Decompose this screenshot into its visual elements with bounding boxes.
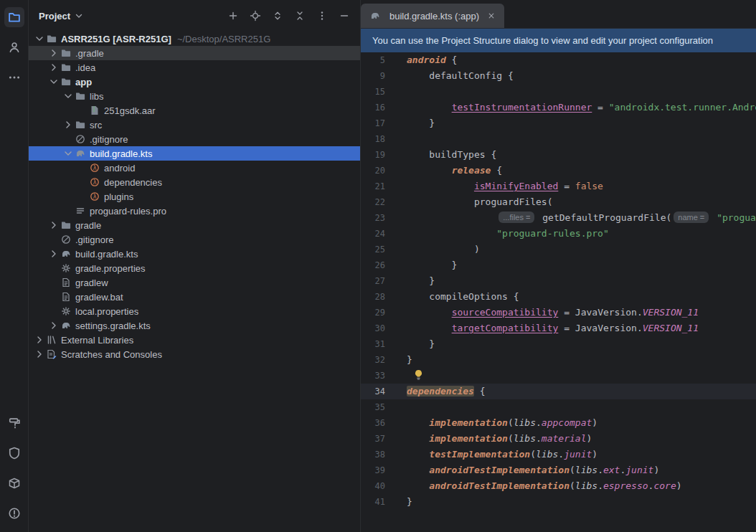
chevron-collapsed-icon[interactable] — [47, 62, 60, 73]
code-line-25[interactable]: 25 ) — [361, 242, 756, 257]
sidebar-button-paint-roller[interactable] — [4, 413, 24, 433]
chevron-down-icon[interactable] — [73, 10, 85, 22]
chevron-collapsed-icon[interactable] — [47, 248, 60, 260]
sidebar-button-package[interactable] — [4, 473, 24, 493]
project-toolbar-expand-all-button[interactable] — [270, 9, 285, 23]
code-line-41[interactable]: 41} — [361, 494, 756, 510]
code-line-33[interactable]: 33 — [361, 368, 756, 384]
chevron-collapsed-icon[interactable] — [47, 320, 60, 331]
tree-item-scratches-and-consoles[interactable]: Scratches and Consoles — [29, 347, 360, 361]
chevron-collapsed-icon[interactable] — [33, 348, 46, 360]
code-line-5[interactable]: 5android { — [361, 52, 756, 68]
tree-item-proguard-rules-pro[interactable]: proguard-rules.pro — [29, 204, 360, 218]
chevron-placeholder — [62, 205, 75, 217]
code-token: false — [575, 181, 603, 191]
code-line-35[interactable]: 35 — [361, 399, 756, 415]
tree-item-gradle[interactable]: gradle — [29, 218, 360, 232]
code-token: VERSION_11 — [643, 307, 699, 318]
code-line-27[interactable]: 27 } — [361, 273, 756, 289]
tree-item-label: app — [75, 77, 92, 87]
code-line-16[interactable]: 16 testInstrumentationRunner = "androidx… — [361, 100, 756, 115]
code-line-19[interactable]: 19 buildTypes { — [361, 147, 756, 163]
code-line-28[interactable]: 28 compileOptions { — [361, 289, 756, 305]
code-line-18[interactable]: 18 — [361, 131, 756, 147]
chevron-collapsed-icon[interactable] — [33, 334, 46, 346]
code-line-23[interactable]: 23 ...files = getDefaultProguardFile(nam… — [361, 210, 756, 226]
tree-item-local-properties[interactable]: local.properties — [29, 304, 360, 318]
sidebar-button-project-folder[interactable] — [4, 7, 24, 27]
tree-item-idea[interactable]: .idea — [29, 60, 360, 75]
tree-item-build-gradle-kts[interactable]: build.gradle.kts — [29, 247, 360, 261]
close-icon[interactable] — [486, 10, 497, 22]
sidebar-button-problems[interactable] — [4, 503, 24, 523]
code-line-37[interactable]: 37 implementation(libs.material) — [361, 431, 756, 447]
tree-item-asrr251g-asr-r251g[interactable]: ASRR251G [ASR-R251G]~/Desktop/ASRR251G — [29, 32, 360, 46]
tree-item-label: gradlew — [75, 277, 108, 288]
tree-item-gradlew[interactable]: gradlew — [29, 275, 360, 290]
chevron-placeholder — [76, 162, 89, 174]
code-line-40[interactable]: 40 androidTestImplementation(libs.espres… — [361, 478, 756, 494]
code-line-15[interactable]: 15 — [361, 84, 756, 100]
sidebar-button-shield[interactable] — [4, 443, 24, 463]
code-line-38[interactable]: 38 testImplementation(libs.junit) — [361, 447, 756, 462]
code-editor[interactable]: 5android {9 defaultConfig {1516 testInst… — [361, 52, 756, 532]
tree-item-gitignore[interactable]: .gitignore — [29, 132, 360, 146]
sidebar-button-more-horizontal[interactable] — [4, 67, 24, 87]
chevron-collapsed-icon[interactable] — [62, 119, 75, 130]
code-line-20[interactable]: 20 release { — [361, 163, 756, 179]
project-toolbar-more-vertical-button[interactable] — [315, 9, 329, 23]
code-line-9[interactable]: 9 defaultConfig { — [361, 68, 756, 84]
code-line-26[interactable]: 26 } — [361, 257, 756, 273]
code-line-32[interactable]: 32} — [361, 352, 756, 368]
project-tool-window: Project ASRR251G [ASR-R251G]~/Desktop/AS… — [29, 0, 361, 532]
tree-item-label: .gradle — [75, 48, 104, 59]
code-line-21[interactable]: 21 isMinifyEnabled = false — [361, 179, 756, 194]
code-line-31[interactable]: 31 } — [361, 336, 756, 352]
tree-item-settings-gradle-kts[interactable]: settings.gradle.kts — [29, 318, 360, 333]
code-line-29[interactable]: 29 sourceCompatibility = JavaVersion.VER… — [361, 305, 756, 320]
chevron-expanded-icon[interactable] — [47, 76, 60, 87]
tree-item-plugins[interactable]: λplugins — [29, 189, 360, 204]
code-line-24[interactable]: 24 "proguard-rules.pro" — [361, 226, 756, 242]
chevron-expanded-icon[interactable] — [33, 33, 46, 44]
code-line-30[interactable]: 30 targetCompatibility = JavaVersion.VER… — [361, 320, 756, 336]
project-panel-title[interactable]: Project — [39, 11, 70, 22]
tree-item-external-libraries[interactable]: External Libraries — [29, 333, 360, 347]
tree-item-gitignore[interactable]: .gitignore — [29, 232, 360, 247]
tree-item-app[interactable]: app — [29, 75, 360, 89]
tool-window-stripe — [0, 0, 29, 532]
project-toolbar-locate-button[interactable] — [248, 9, 263, 23]
code-line-text: compileOptions { — [394, 289, 519, 305]
project-toolbar-add-button[interactable] — [226, 9, 240, 23]
sidebar-button-user[interactable] — [4, 37, 24, 57]
tree-item-251gsdk-aar[interactable]: 251gsdk.aar — [29, 103, 360, 118]
project-toolbar-collapse-all-button[interactable] — [293, 9, 307, 23]
code-line-36[interactable]: 36 implementation(libs.appcompat) — [361, 415, 756, 431]
code-line-22[interactable]: 22 proguardFiles( — [361, 194, 756, 210]
project-toolbar-hide-button[interactable] — [337, 9, 351, 23]
intention-bulb-icon[interactable] — [407, 370, 423, 381]
code-line-39[interactable]: 39 androidTestImplementation(libs.ext.ju… — [361, 462, 756, 478]
tree-item-android[interactable]: λandroid — [29, 161, 360, 175]
tree-item-libs[interactable]: libs — [29, 89, 360, 103]
chevron-collapsed-icon[interactable] — [47, 219, 60, 231]
chevron-expanded-icon[interactable] — [62, 148, 75, 159]
tree-item-dependencies[interactable]: λdependencies — [29, 175, 360, 189]
tree-item-build-gradle-kts[interactable]: build.gradle.kts — [29, 146, 360, 161]
chevron-expanded-icon[interactable] — [62, 90, 75, 102]
tree-item-label: proguard-rules.pro — [90, 206, 166, 217]
tree-item-src[interactable]: src — [29, 118, 360, 132]
code-token: compileOptions { — [407, 291, 519, 302]
code-line-text: release { — [394, 163, 502, 179]
code-line-34[interactable]: 34dependencies { — [361, 384, 756, 399]
line-number: 30 — [361, 320, 394, 336]
chevron-collapsed-icon[interactable] — [47, 47, 60, 59]
code-token: VERSION_11 — [643, 323, 699, 333]
code-token: junit — [625, 465, 653, 475]
tree-item-gradle-properties[interactable]: gradle.properties — [29, 261, 360, 275]
tree-item-gradlew-bat[interactable]: gradlew.bat — [29, 290, 360, 304]
editor-tab-build-gradle-kts[interactable]: build.gradle.kts (:app) — [361, 4, 504, 28]
code-token: libs — [575, 465, 597, 475]
tree-item-gradle[interactable]: .gradle — [29, 46, 360, 60]
code-line-17[interactable]: 17 } — [361, 115, 756, 131]
